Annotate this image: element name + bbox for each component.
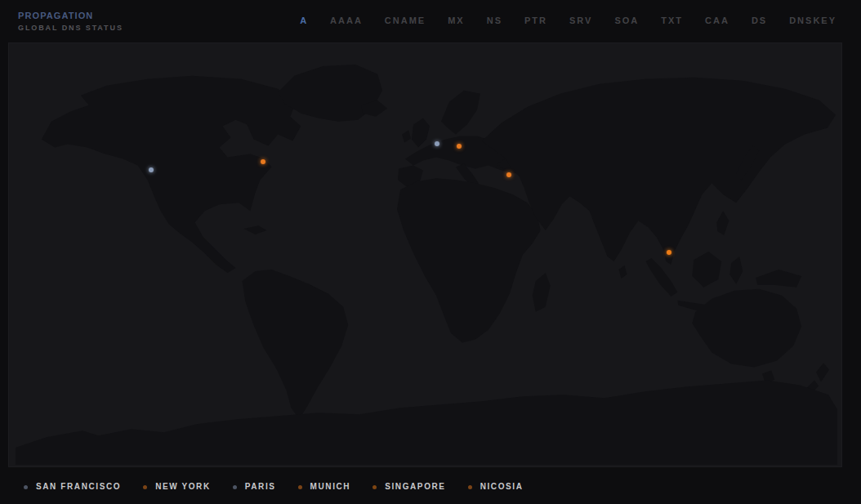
record-type-tab[interactable]: SOA: [614, 16, 639, 25]
location-dot-icon[interactable]: [435, 141, 439, 146]
page-subtitle: GLOBAL DNS STATUS: [18, 24, 123, 32]
header: PROPAGATION GLOBAL DNS STATUS AAAAACNAME…: [0, 0, 861, 42]
record-type-tab[interactable]: SRV: [569, 16, 592, 25]
header-titles: PROPAGATION GLOBAL DNS STATUS: [18, 11, 123, 32]
legend-item: SINGAPORE: [373, 483, 445, 491]
location-dot-icon[interactable]: [506, 172, 511, 177]
world-map-panel: [8, 42, 842, 467]
location-dot-icon[interactable]: [457, 144, 462, 149]
location-dot-icon: [233, 485, 237, 489]
legend-label: NICOSIA: [480, 483, 524, 491]
record-type-tab[interactable]: TXT: [661, 16, 683, 25]
legend-item: SAN FRANCISCO: [24, 483, 121, 491]
record-type-tab[interactable]: AAAA: [330, 16, 363, 25]
legend-item: PARIS: [233, 483, 276, 491]
location-dot-icon: [143, 485, 147, 489]
record-type-tab[interactable]: CAA: [705, 16, 729, 25]
location-dot-icon: [373, 485, 377, 489]
record-type-tab[interactable]: DS: [752, 16, 767, 25]
record-type-tab[interactable]: MX: [448, 16, 465, 25]
location-dot-icon[interactable]: [149, 167, 154, 172]
legend-label: SAN FRANCISCO: [36, 483, 121, 491]
legend-label: SINGAPORE: [385, 483, 445, 491]
record-type-tab[interactable]: PTR: [524, 16, 547, 25]
legend-label: MUNICH: [310, 483, 351, 491]
page-title: PROPAGATION: [18, 11, 123, 20]
legend-label: NEW YORK: [155, 483, 211, 491]
legend-label: PARIS: [245, 483, 276, 491]
location-dot-icon: [468, 485, 472, 489]
legend-item: MUNICH: [298, 483, 351, 491]
record-type-tab[interactable]: NS: [487, 16, 502, 25]
legend-item: NICOSIA: [468, 483, 524, 491]
legend-item: NEW YORK: [143, 483, 211, 491]
record-type-tabs: AAAAACNAMEMXNSPTRSRVSOATXTCAADSDNSKEY: [300, 16, 836, 25]
map-markers: [9, 43, 841, 466]
record-type-tab[interactable]: DNSKEY: [789, 16, 836, 25]
legend: SAN FRANCISCO NEW YORK PARIS MUNICH SING…: [24, 480, 524, 493]
location-dot-icon: [298, 485, 302, 489]
location-dot-icon[interactable]: [261, 159, 265, 164]
record-type-tab[interactable]: A: [300, 16, 308, 25]
location-dot-icon[interactable]: [667, 250, 671, 255]
location-dot-icon: [24, 485, 28, 489]
record-type-tab[interactable]: CNAME: [385, 16, 426, 25]
